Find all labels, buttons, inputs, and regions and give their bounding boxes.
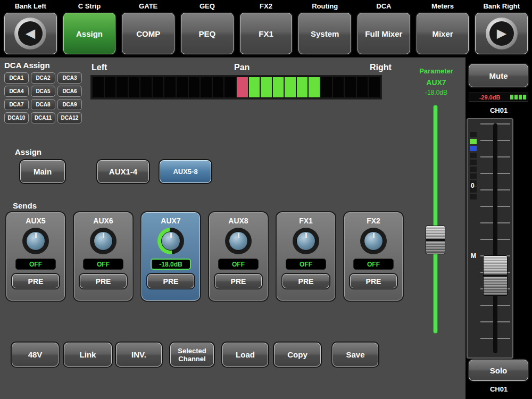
channel-output-meter: -29.0dB [469,93,528,102]
mini-meter-segment [514,95,518,99]
dca-button-3[interactable]: DCA3 [57,72,82,84]
pan-segment [309,77,320,97]
send-panel-aux8[interactable]: AUX8 OFF PRE [209,212,268,301]
send-knob[interactable] [161,231,180,251]
bank-right-button[interactable]: ▶ [475,13,528,54]
dca-button-7[interactable]: DCA7 [4,99,29,110]
dca-button-1[interactable]: DCA1 [4,72,29,84]
phantom-48v-button[interactable]: 48V [12,343,59,367]
dca-button-4[interactable]: DCA4 [4,86,29,97]
save-button[interactable]: Save [332,343,378,367]
pan-segment [333,77,344,97]
send-value-display: OFF [286,259,326,270]
bank-right-icon: ▶ [486,18,518,49]
dca-button-6[interactable]: DCA6 [57,86,82,97]
channel-fader-handle[interactable] [483,255,508,296]
pan-segment [273,77,284,97]
pre-button[interactable]: PRE [350,274,397,288]
send-panel-aux5[interactable]: AUX5 OFF PRE [6,212,65,301]
mixer-screen: Bank Left ◀ C Strip Assign GATE COMP GEQ… [0,0,532,399]
send-name: AUX7 [161,217,180,225]
send-knob-arc [293,228,319,254]
send-knob[interactable] [229,231,248,251]
bank-left-button[interactable]: ◀ [4,13,57,54]
pan-segment [225,77,236,97]
nav-section-label-dca: DCA [354,0,413,12]
pre-button[interactable]: PRE [215,274,262,288]
pan-left-label: Left [92,63,107,72]
send-panel-aux6[interactable]: AUX6 OFF PRE [74,212,132,301]
send-panel-fx1[interactable]: FX1 OFF PRE [277,212,335,301]
mini-meter-segments [510,95,528,99]
pre-button[interactable]: PRE [80,274,127,288]
dca-button-5[interactable]: DCA5 [31,86,55,97]
nav-section-label-meters: Meters [413,0,472,12]
dca-button-12[interactable]: DCA12 [57,112,82,123]
assign-button-aux5-8[interactable]: AUX5-8 [160,160,211,183]
pre-button[interactable]: PRE [282,274,329,288]
send-value-display: OFF [218,259,259,270]
fader-panel: 0 M [467,118,513,359]
sends-row: AUX5 OFF PRE AUX6 OFF PRE AUX7 -18.0dB P… [6,212,403,301]
parameter-slider-track[interactable] [433,105,438,334]
mini-meter-segment [510,95,513,99]
pre-button[interactable]: PRE [147,274,194,288]
nav-col-meters: Meters Mixer [413,0,472,57]
send-value-display: OFF [15,259,56,270]
pan-segment [177,77,188,97]
link-button[interactable]: Link [64,343,112,367]
solo-button[interactable]: Solo [469,360,528,381]
nav-button-mixer[interactable]: Mixer [417,13,469,54]
pan-segment [345,77,356,97]
nav-button-comp[interactable]: COMP [122,13,174,54]
selected-channel-button[interactable]: Selected Channel [170,343,214,367]
pan-segment [249,77,260,97]
nav-button-assign[interactable]: Assign [63,13,116,54]
send-value-display: -18.0dB [151,259,191,270]
pan-segment [213,77,224,97]
nav-button-peq[interactable]: PEQ [181,13,234,54]
dca-assign-grid: DCA1 DCA2 DCA3 DCA4 DCA5 DCA6 DCA7 DCA8 … [4,72,82,123]
load-button[interactable]: Load [222,343,268,367]
pan-segment [357,77,368,97]
fader-track[interactable] [480,123,510,353]
send-knob[interactable] [26,231,45,251]
channel-name-bottom: CH01 [466,385,532,393]
dca-button-9[interactable]: DCA9 [57,99,82,110]
dca-button-8[interactable]: DCA8 [31,99,55,110]
parameter-value: -18.0dB [412,89,461,96]
send-panel-aux7[interactable]: AUX7 -18.0dB PRE [142,212,200,301]
send-knob[interactable] [94,231,113,251]
nav-col-gate: GATE COMP [119,0,178,57]
pan-segment [117,77,128,97]
dca-button-11[interactable]: DCA11 [31,112,55,123]
dca-button-2[interactable]: DCA2 [31,72,55,84]
fader-scale-zero: 0 [471,182,475,189]
pan-segment [201,77,212,97]
nav-button-system[interactable]: System [298,13,351,54]
fader-slot [493,123,497,353]
assign-button-main[interactable]: Main [20,160,65,183]
mute-button[interactable]: Mute [469,64,528,87]
pan-segment [261,77,272,97]
send-knob[interactable] [364,231,383,251]
dca-button-10[interactable]: DCA10 [4,112,29,123]
bank-left-icon: ◀ [14,18,46,49]
send-knob-arc [225,228,252,254]
copy-button[interactable]: Copy [274,343,321,367]
nav-button-fx1[interactable]: FX1 [240,13,293,54]
assign-button-aux1-4[interactable]: AUX1-4 [97,160,149,183]
send-knob[interactable] [296,231,315,251]
invert-button[interactable]: INV. [116,343,162,367]
nav-button-full-mixer[interactable]: Full Mixer [358,13,410,54]
right-arrow-glyph: ▶ [489,21,514,46]
pan-meter[interactable] [90,75,382,99]
pan-segment [189,77,200,97]
pre-button[interactable]: PRE [12,274,59,288]
parameter-slider-handle[interactable] [426,226,445,254]
strip-meter-segment [470,160,477,165]
assign-title: Assign [15,147,41,156]
nav-section-label-geq: GEQ [178,0,237,12]
nav-col-routing: Routing System [295,0,354,57]
send-panel-fx2[interactable]: FX2 OFF PRE [344,212,403,301]
